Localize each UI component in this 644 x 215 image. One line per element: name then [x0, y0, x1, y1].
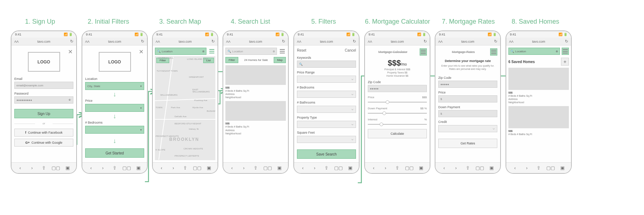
refresh-icon[interactable]: ↻: [282, 39, 285, 44]
email-field[interactable]: email@example.com: [14, 82, 73, 89]
back-icon[interactable]: ‹: [18, 165, 23, 171]
location-dropdown[interactable]: City, State: [85, 82, 144, 90]
bookmarks-icon[interactable]: ▢▢: [406, 165, 412, 171]
refresh-icon[interactable]: ↻: [353, 39, 356, 44]
facebook-button[interactable]: fContinue with Facebook: [14, 129, 73, 137]
back-icon[interactable]: ‹: [441, 165, 447, 171]
forward-icon[interactable]: ›: [524, 165, 530, 171]
back-icon[interactable]: ‹: [512, 165, 518, 171]
tabs-icon[interactable]: ▣: [206, 165, 212, 171]
menu-icon[interactable]: [420, 48, 427, 56]
price-slider[interactable]: [368, 102, 427, 102]
bookmarks-icon[interactable]: ▢▢: [477, 165, 483, 171]
forward-icon[interactable]: ›: [453, 165, 459, 171]
calculate-button[interactable]: Calculate: [368, 129, 427, 138]
tabs-icon[interactable]: ▣: [277, 165, 282, 171]
refresh-icon[interactable]: ↻: [494, 39, 497, 44]
eye-icon[interactable]: 👁: [68, 99, 71, 102]
square-feet-select[interactable]: [297, 136, 356, 143]
back-icon[interactable]: ‹: [159, 165, 165, 171]
price-field[interactable]: $: [438, 95, 497, 102]
price-dropdown[interactable]: [85, 104, 144, 112]
tabs-icon[interactable]: ▣: [489, 165, 494, 171]
close-icon[interactable]: ✕: [68, 48, 73, 55]
forward-icon[interactable]: ›: [383, 165, 389, 171]
tabs-icon[interactable]: ▣: [347, 165, 353, 171]
menu-icon[interactable]: [279, 48, 286, 55]
close-icon[interactable]: ✕: [139, 48, 143, 55]
location-search[interactable]: 🔍Location⊗: [225, 48, 277, 55]
down-field[interactable]: $: [438, 110, 497, 117]
tabs-icon[interactable]: ▣: [65, 165, 70, 171]
get-started-button[interactable]: Get Started: [85, 148, 144, 158]
property-type-select[interactable]: [297, 121, 356, 128]
share-icon[interactable]: ⇧: [465, 165, 471, 171]
listing-card[interactable]: [225, 65, 286, 85]
signup-button[interactable]: Sign Up: [14, 109, 73, 118]
listing-card[interactable]: [508, 68, 569, 90]
url-bar[interactable]: AAtavo.com↻: [506, 38, 571, 46]
refresh-icon[interactable]: ↻: [565, 39, 568, 44]
password-field[interactable]: ●●●●●●●●● 👁: [14, 96, 73, 104]
keywords-field[interactable]: 🔍: [297, 61, 356, 68]
forward-icon[interactable]: ›: [241, 165, 247, 171]
google-button[interactable]: G+Continue with Google: [14, 139, 73, 147]
url-bar[interactable]: AAtavo.com↻: [365, 38, 430, 46]
listing-card[interactable]: [508, 106, 569, 128]
share-icon[interactable]: ⇧: [324, 165, 330, 171]
url-bar[interactable]: AAtavo.com↻: [223, 38, 288, 46]
share-icon[interactable]: ⇧: [395, 165, 400, 171]
zip-field[interactable]: ●●●●●: [368, 85, 427, 92]
url-bar[interactable]: AAtavo.com↻: [82, 38, 147, 46]
back-icon[interactable]: ‹: [371, 165, 377, 171]
share-icon[interactable]: ⇧: [41, 165, 47, 171]
tabs-icon[interactable]: ▣: [418, 165, 424, 171]
tabs-icon[interactable]: ▣: [136, 165, 141, 171]
share-icon[interactable]: ⇧: [182, 165, 188, 171]
menu-icon[interactable]: [208, 48, 215, 55]
clear-icon[interactable]: ⊗: [556, 50, 558, 53]
bookmarks-icon[interactable]: ▢▢: [548, 165, 553, 171]
url-bar[interactable]: AAtavo.com↻: [153, 38, 218, 46]
location-search[interactable]: 🔍Location⊗: [508, 48, 560, 55]
back-icon[interactable]: ‹: [229, 165, 235, 171]
bedrooms-select[interactable]: [297, 91, 356, 98]
bookmarks-icon[interactable]: ▢▢: [265, 165, 270, 171]
forward-icon[interactable]: ›: [312, 165, 318, 171]
url-bar[interactable]: AAtavo.com↻: [435, 38, 500, 46]
bookmarks-icon[interactable]: ▢▢: [194, 165, 200, 171]
price-range-select[interactable]: [297, 76, 356, 83]
refresh-icon[interactable]: ↻: [141, 39, 144, 44]
menu-icon[interactable]: [490, 48, 497, 56]
save-search-button[interactable]: Save Search: [297, 149, 356, 159]
bookmarks-icon[interactable]: ▢▢: [336, 165, 341, 171]
back-icon[interactable]: ‹: [300, 165, 306, 171]
map-view[interactable]: Filter List MURRAY HILL LONG ISLAND CITY…: [155, 56, 215, 160]
reset-button[interactable]: Reset: [297, 48, 306, 52]
bookmarks-icon[interactable]: ▢▢: [53, 165, 59, 171]
credit-select[interactable]: [438, 125, 497, 132]
forward-icon[interactable]: ›: [29, 165, 35, 171]
zip-field[interactable]: ●●●●●: [438, 81, 497, 88]
back-icon[interactable]: ‹: [88, 165, 94, 171]
share-icon[interactable]: ⇧: [253, 165, 259, 171]
menu-icon[interactable]: [562, 48, 569, 55]
interest-slider[interactable]: [368, 124, 427, 125]
add-button[interactable]: +: [561, 58, 569, 66]
cancel-button[interactable]: Cancel: [345, 48, 356, 52]
bookmarks-icon[interactable]: ▢▢: [124, 165, 130, 171]
forward-icon[interactable]: ›: [100, 165, 106, 171]
url-bar[interactable]: AA tavo.com ↻: [11, 38, 76, 46]
clear-icon[interactable]: ⊗: [202, 50, 205, 53]
forward-icon[interactable]: ›: [171, 165, 176, 171]
map-chip[interactable]: Map: [274, 57, 286, 63]
refresh-icon[interactable]: ↻: [424, 39, 427, 44]
tabs-icon[interactable]: ▣: [560, 165, 565, 171]
listing-card[interactable]: [225, 101, 286, 121]
url-bar[interactable]: AAtavo.com↻: [294, 38, 359, 46]
bedrooms-dropdown[interactable]: [85, 126, 144, 134]
get-rates-button[interactable]: Get Rates: [438, 139, 497, 148]
location-search[interactable]: 🔍Location⊗: [155, 48, 206, 55]
refresh-icon[interactable]: ↻: [211, 39, 215, 44]
share-icon[interactable]: ⇧: [536, 165, 542, 171]
